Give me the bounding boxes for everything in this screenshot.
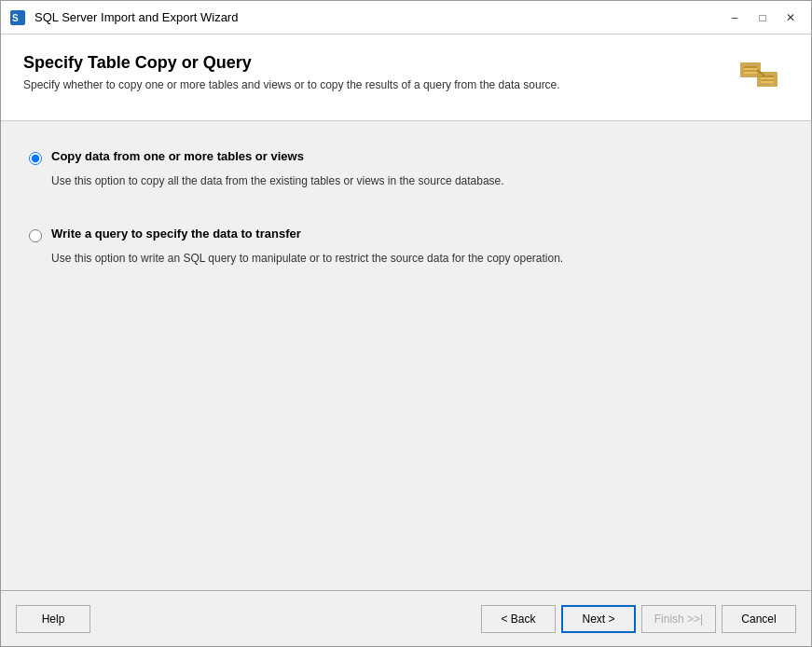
page-title: Specify Table Copy or Query [23,53,722,73]
option-copy-group: Copy data from one or more tables or vie… [29,149,783,189]
help-button[interactable]: Help [16,605,90,633]
option-copy-description: Use this option to copy all the data fro… [51,172,783,189]
svg-rect-8 [744,70,757,72]
finish-button[interactable]: Finish >>| [641,605,716,633]
window-title: SQL Server Import and Export Wizard [34,10,722,24]
wizard-icon [736,53,789,105]
option-copy-radio[interactable] [29,152,42,165]
option-query-description: Use this option to write an SQL query to… [51,250,783,267]
svg-rect-9 [761,76,774,77]
next-button[interactable]: Next > [561,605,636,633]
option-copy-radio-row: Copy data from one or more tables or vie… [29,149,783,165]
footer-left: Help [16,605,90,633]
wizard-window: S SQL Server Import and Export Wizard – … [0,0,812,647]
close-button[interactable]: ✕ [778,7,804,28]
option-query-group: Write a query to specify the data to tra… [29,227,783,267]
maximize-button[interactable]: □ [750,7,776,28]
title-bar: S SQL Server Import and Export Wizard – … [1,1,811,34]
page-subtitle: Specify whether to copy one or more tabl… [23,78,722,91]
cancel-button[interactable]: Cancel [722,605,796,633]
page-header: Specify Table Copy or Query Specify whet… [1,34,811,121]
app-icon: S [8,8,27,27]
svg-text:S: S [12,13,19,23]
svg-rect-7 [744,66,757,68]
header-text-block: Specify Table Copy or Query Specify whet… [23,53,722,91]
option-copy-label[interactable]: Copy data from one or more tables or vie… [51,149,304,163]
option-query-radio[interactable] [29,229,42,242]
back-button[interactable]: < Back [481,605,556,633]
option-query-label[interactable]: Write a query to specify the data to tra… [51,227,301,241]
option-query-radio-row: Write a query to specify the data to tra… [29,227,783,242]
content-area: Copy data from one or more tables or vie… [1,121,811,590]
footer-bar: Help < Back Next > Finish >>| Cancel [1,590,811,646]
window-controls: – □ ✕ [722,7,804,28]
minimize-button[interactable]: – [722,7,748,28]
footer-right: < Back Next > Finish >>| Cancel [481,605,796,633]
svg-rect-10 [761,79,774,81]
